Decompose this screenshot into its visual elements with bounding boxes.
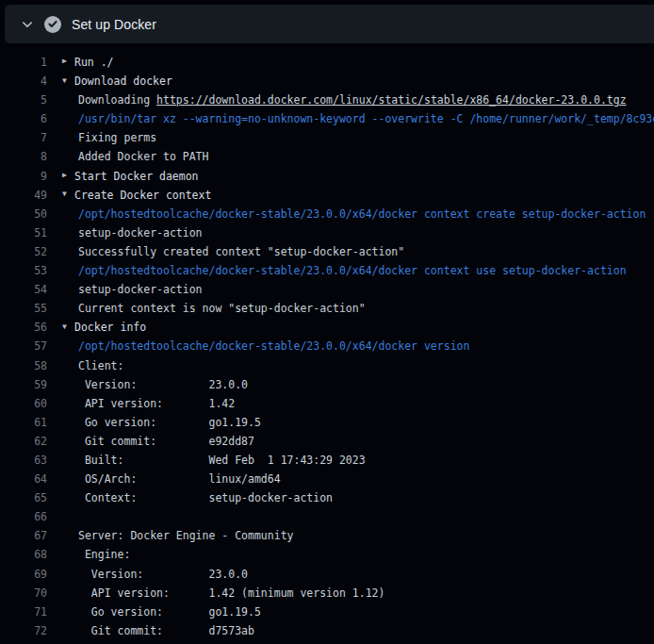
- log-line: 51setup-docker-action: [0, 223, 654, 242]
- line-number-link[interactable]: 5: [0, 91, 47, 109]
- line-number-link[interactable]: 66: [0, 507, 47, 526]
- log-text-prefix: Downloading: [78, 93, 156, 107]
- log-line: 59 Version: 23.0.0: [0, 375, 654, 394]
- log-line: 67Server: Docker Engine - Community: [0, 526, 654, 545]
- log-text: API version: 1.42 (minimum version 1.12): [62, 584, 384, 603]
- line-number-link[interactable]: 7: [0, 128, 47, 147]
- log-line: 66: [0, 507, 654, 526]
- line-number-link[interactable]: 54: [0, 280, 47, 299]
- log-text: Go version: go1.19.5: [62, 413, 261, 432]
- log-line: 50/opt/hostedtoolcache/docker-stable/23.…: [0, 205, 654, 223]
- log-text: Context: setup-docker-action: [62, 488, 333, 507]
- line-number-link[interactable]: 62: [0, 432, 47, 451]
- log-text: Downloading https://download.docker.com/…: [62, 91, 627, 109]
- line-number-link[interactable]: 57: [0, 337, 47, 355]
- log-line: 69 Version: 23.0.0: [0, 565, 654, 584]
- line-number-link[interactable]: 8: [0, 147, 47, 166]
- log-line: 68 Engine:: [0, 545, 654, 564]
- line-number-link[interactable]: 65: [0, 488, 47, 507]
- log-link[interactable]: https://download.docker.com/linux/static…: [156, 93, 627, 107]
- step-title: Set up Docker: [72, 17, 156, 32]
- log-line: 54setup-docker-action: [0, 280, 654, 299]
- line-number-link[interactable]: 64: [0, 470, 47, 488]
- line-number-link[interactable]: 56: [0, 318, 47, 337]
- log-line: 1▶Run ./: [0, 53, 654, 72]
- line-number-link[interactable]: 59: [0, 375, 47, 394]
- line-number-link[interactable]: 55: [0, 299, 47, 318]
- log-command-text: /opt/hostedtoolcache/docker-stable/23.0.…: [62, 337, 469, 355]
- line-number-link[interactable]: 4: [0, 72, 47, 91]
- log-line: 57/opt/hostedtoolcache/docker-stable/23.…: [0, 337, 654, 355]
- chevron-down-icon[interactable]: [19, 16, 36, 33]
- log-text: Client:: [62, 356, 123, 375]
- line-number-link[interactable]: 63: [0, 451, 47, 470]
- line-number-link[interactable]: 60: [0, 394, 47, 413]
- log-line: 60 API version: 1.42: [0, 394, 654, 413]
- log-text: Git commit: e92dd87: [62, 432, 254, 451]
- log-line: 70 API version: 1.42 (minimum version 1.…: [0, 584, 654, 603]
- line-number-link[interactable]: 68: [0, 545, 47, 564]
- line-number-link[interactable]: 69: [0, 565, 47, 584]
- log-line: 4▼Download docker: [0, 72, 654, 91]
- triangle-right-icon: ▶: [62, 53, 74, 72]
- line-number-link[interactable]: 49: [0, 186, 47, 205]
- log-command-text: /usr/bin/tar xz --warning=no-unknown-key…: [62, 109, 654, 128]
- log-text: API version: 1.42: [62, 394, 235, 413]
- group-title: Start Docker daemon: [74, 170, 199, 183]
- group-title: Run ./: [74, 56, 114, 69]
- log-text: Git commit: d7573ab: [62, 621, 254, 640]
- log-line: 52Successfully created context "setup-do…: [0, 242, 654, 261]
- log-line: 55Current context is now "setup-docker-a…: [0, 299, 654, 318]
- line-number-link[interactable]: 53: [0, 261, 47, 280]
- log-line: 8Added Docker to PATH: [0, 147, 654, 166]
- log-line: 9▶Start Docker daemon: [0, 167, 654, 186]
- triangle-down-icon: ▼: [62, 318, 74, 337]
- log-text: setup-docker-action: [62, 223, 203, 242]
- log-line: 72 Git commit: d7573ab: [0, 621, 654, 640]
- log-line: 49▼Create Docker context: [0, 186, 654, 205]
- log-line: 5Downloading https://download.docker.com…: [0, 91, 654, 109]
- log-group-toggle[interactable]: ▼Docker info: [62, 318, 146, 337]
- log-text: Version: 23.0.0: [62, 565, 248, 584]
- log-text: Built: Wed Feb 1 17:43:29 2023: [62, 451, 366, 470]
- log-group-toggle[interactable]: ▼Create Docker context: [62, 186, 211, 205]
- triangle-down-icon: ▼: [62, 186, 74, 205]
- line-number-link[interactable]: 61: [0, 413, 47, 432]
- line-number-link[interactable]: 58: [0, 356, 47, 375]
- group-title: Create Docker context: [74, 189, 211, 202]
- log-group-toggle[interactable]: ▶Run ./: [62, 53, 114, 72]
- log-line: 65 Context: setup-docker-action: [0, 488, 654, 507]
- line-number-link[interactable]: 52: [0, 242, 47, 261]
- log-text: Engine:: [62, 545, 130, 564]
- log-group-toggle[interactable]: ▼Download docker: [62, 72, 172, 91]
- step-header[interactable]: Set up Docker: [5, 5, 654, 43]
- success-check-icon: [44, 16, 61, 33]
- log-line: 58Client:: [0, 356, 654, 375]
- log-text: Version: 23.0.0: [62, 375, 248, 394]
- log-text: Go version: go1.19.5: [62, 603, 261, 621]
- log-line: 62 Git commit: e92dd87: [0, 432, 654, 451]
- line-number-link[interactable]: 1: [0, 53, 47, 72]
- log-text: OS/Arch: linux/amd64: [62, 470, 281, 488]
- line-number-link[interactable]: 71: [0, 603, 47, 621]
- line-number-link[interactable]: 6: [0, 109, 47, 128]
- group-title: Download docker: [74, 74, 172, 88]
- log-viewer: 1▶Run ./4▼Download docker5Downloading ht…: [0, 53, 654, 640]
- line-number-link[interactable]: 67: [0, 526, 47, 545]
- log-line: 6/usr/bin/tar xz --warning=no-unknown-ke…: [0, 109, 654, 128]
- log-line: 53/opt/hostedtoolcache/docker-stable/23.…: [0, 261, 654, 280]
- log-text: Fixing perms: [62, 128, 156, 147]
- log-text: Server: Docker Engine - Community: [62, 526, 293, 545]
- line-number-link[interactable]: 70: [0, 584, 47, 603]
- log-line: 61 Go version: go1.19.5: [0, 413, 654, 432]
- log-text: [62, 507, 78, 526]
- line-number-link[interactable]: 51: [0, 223, 47, 242]
- line-number-link[interactable]: 72: [0, 621, 47, 640]
- log-group-toggle[interactable]: ▶Start Docker daemon: [62, 167, 199, 186]
- line-number-link[interactable]: 50: [0, 205, 47, 223]
- log-text: setup-docker-action: [62, 280, 203, 299]
- log-command-text: /opt/hostedtoolcache/docker-stable/23.0.…: [62, 205, 654, 223]
- log-command-text: /opt/hostedtoolcache/docker-stable/23.0.…: [62, 261, 627, 280]
- log-line: 64 OS/Arch: linux/amd64: [0, 470, 654, 488]
- line-number-link[interactable]: 9: [0, 167, 47, 186]
